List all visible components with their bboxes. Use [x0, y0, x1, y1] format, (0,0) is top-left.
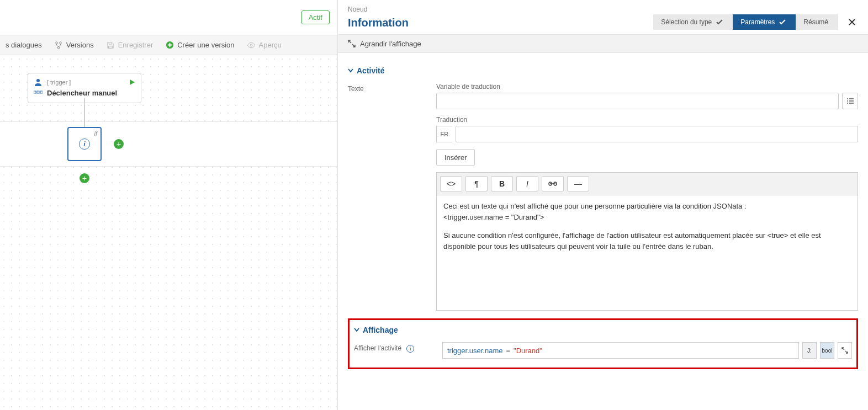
label-texte: Texte	[348, 83, 436, 311]
play-icon[interactable]	[129, 79, 135, 86]
list-picker-button[interactable]	[842, 93, 858, 109]
svg-point-4	[250, 44, 252, 46]
info-icon[interactable]: i	[406, 345, 414, 353]
expand-icon	[841, 347, 848, 354]
code-button[interactable]: <>	[440, 176, 462, 191]
svg-point-11	[847, 103, 848, 104]
code-icon: <>	[447, 179, 456, 188]
user-icon	[34, 78, 43, 87]
toolbar-preview: Aperçu	[247, 41, 282, 50]
eye-icon	[247, 41, 256, 50]
bold-button[interactable]: B	[491, 176, 513, 191]
label-traduction: Traduction	[436, 116, 858, 124]
variable-traduction-input[interactable]	[436, 93, 839, 109]
hr-button[interactable]: —	[567, 176, 589, 191]
check-icon	[716, 19, 723, 25]
details-panel: Noeud Information Sélection du type Para…	[338, 0, 868, 410]
workflow-canvas[interactable]: [ trigger ] Déclencheur manuel if i + +	[0, 55, 337, 410]
label-variable-traduction: Variable de traduction	[436, 83, 858, 90]
section-affichage-header[interactable]: Affichage	[354, 326, 852, 334]
insert-button[interactable]: Insérer	[436, 149, 475, 166]
bold-icon: B	[499, 179, 505, 188]
section-activity-header[interactable]: Activité	[348, 66, 858, 75]
italic-button[interactable]: I	[516, 176, 538, 191]
expand-view-button[interactable]: Agrandir l'affichage	[348, 40, 421, 48]
link-icon	[548, 181, 557, 187]
editor-line: <trigger.user.name = "Durand">	[443, 212, 851, 223]
rich-text-editor[interactable]: Ceci est un texte qui n'est affiché que …	[436, 195, 858, 311]
toolbar-create-version[interactable]: Créer une version	[165, 41, 234, 50]
traduction-input[interactable]	[456, 126, 858, 142]
paragraph-button[interactable]: ¶	[465, 176, 488, 191]
svg-point-5	[36, 79, 40, 82]
toolbar-create-version-label: Créer une version	[177, 41, 234, 49]
editor-toolbar: <> ¶ B I —	[436, 172, 858, 195]
expand-icon	[348, 40, 356, 47]
details-subbar: Agrandir l'affichage	[338, 34, 868, 53]
pilcrow-icon: ¶	[474, 179, 479, 188]
info-icon: i	[79, 139, 90, 150]
if-node[interactable]: if i	[67, 127, 102, 161]
code-token-string: "Durand"	[514, 347, 542, 355]
left-toolbar: s dialogues Versions Enregistrer Créer u…	[0, 35, 337, 55]
label-afficher-activite: Afficher l'activité i	[354, 342, 442, 359]
branch-icon	[54, 41, 63, 50]
svg-rect-7	[37, 91, 39, 93]
step-type-selection[interactable]: Sélection du type	[653, 14, 733, 30]
trigger-title: Déclencheur manuel	[47, 89, 117, 97]
toolbar-versions[interactable]: Versions	[54, 41, 94, 50]
check-icon	[779, 19, 786, 25]
boxes-icon	[34, 88, 43, 97]
svg-point-1	[60, 41, 62, 44]
svg-point-2	[57, 46, 60, 49]
left-header: Actif	[0, 0, 337, 35]
toolbar-versions-label: Versions	[66, 41, 94, 49]
svg-point-9	[847, 98, 848, 99]
chevron-down-icon	[354, 328, 359, 332]
language-prefix: FR	[436, 126, 452, 142]
close-button[interactable]	[846, 16, 858, 28]
trigger-meta: [ trigger ]	[47, 79, 71, 86]
list-icon	[846, 98, 854, 104]
svg-point-10	[847, 100, 848, 102]
step2-label: Paramètres	[740, 18, 775, 26]
toolbar-dialogues[interactable]: s dialogues	[6, 41, 42, 49]
toolbar-save: Enregistrer	[106, 41, 154, 50]
add-node-button[interactable]: +	[80, 173, 89, 183]
svg-rect-6	[34, 91, 36, 93]
status-badge: Actif	[301, 10, 330, 24]
section-affichage-label: Affichage	[363, 326, 398, 334]
expand-label: Agrandir l'affichage	[360, 40, 421, 48]
code-token-path: trigger.user.name	[447, 347, 502, 355]
step3-label: Résumé	[803, 18, 828, 26]
svg-rect-8	[40, 91, 43, 93]
workflow-canvas-panel: Actif s dialogues Versions Enregistrer C…	[0, 0, 338, 410]
editor-line: Ceci est un texte qui n'est affiché que …	[443, 201, 851, 212]
italic-icon: I	[526, 179, 528, 188]
if-label: if	[94, 130, 98, 137]
affichage-highlight: Affichage Afficher l'activité i trigger.…	[348, 318, 858, 369]
step1-label: Sélection du type	[661, 18, 712, 26]
breadcrumb: Noeud	[348, 6, 653, 13]
toolbar-save-label: Enregistrer	[118, 41, 154, 49]
connector-line	[84, 98, 85, 127]
add-branch-button[interactable]: +	[114, 139, 124, 149]
svg-point-0	[56, 41, 58, 44]
details-header: Noeud Information Sélection du type Para…	[338, 0, 868, 30]
plus-circle-icon	[165, 41, 174, 50]
step-summary[interactable]: Résumé	[796, 14, 838, 30]
link-button[interactable]	[542, 176, 564, 191]
section-activity-label: Activité	[357, 66, 385, 75]
bool-mode-button[interactable]: bool	[820, 342, 834, 359]
toolbar-preview-label: Aperçu	[259, 41, 282, 49]
editor-line: Si aucune condition n'est configurée, l'…	[443, 230, 851, 252]
page-title: Information	[348, 17, 653, 29]
wizard-steps: Sélection du type Paramètres Résumé	[653, 14, 858, 30]
expand-code-button[interactable]	[838, 342, 852, 359]
condition-input[interactable]: trigger.user.name = "Durand"	[442, 342, 799, 359]
details-body: Activité Texte Variable de traduction Tr…	[338, 53, 868, 397]
minus-icon: —	[574, 179, 582, 188]
jsonata-mode-button[interactable]: J:	[802, 342, 817, 359]
code-token-op: =	[506, 347, 510, 355]
step-parameters[interactable]: Paramètres	[733, 14, 796, 30]
